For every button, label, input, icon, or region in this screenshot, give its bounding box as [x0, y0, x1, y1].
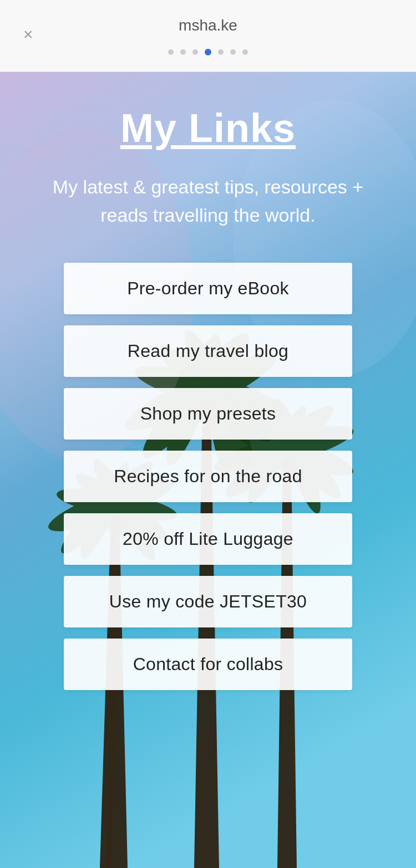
page-title: My Links: [120, 105, 296, 151]
main-content: My Links My latest & greatest tips, reso…: [0, 72, 416, 868]
link-button-6[interactable]: Contact for collabs: [64, 639, 352, 690]
url-bar[interactable]: msha.ke: [179, 17, 237, 34]
link-button-1[interactable]: Read my travel blog: [64, 325, 352, 377]
link-button-5[interactable]: Use my code JETSET30: [64, 576, 352, 627]
pagination-dot-2[interactable]: [192, 49, 198, 55]
pagination-dot-5[interactable]: [230, 49, 236, 55]
link-button-0[interactable]: Pre-order my eBook: [64, 263, 352, 314]
link-button-4[interactable]: 20% off Lite Luggage: [64, 513, 352, 565]
link-buttons-container: Pre-order my eBookRead my travel blogSho…: [22, 263, 394, 690]
pagination-dot-6[interactable]: [242, 49, 248, 55]
pagination-dot-1[interactable]: [180, 49, 186, 55]
link-button-3[interactable]: Recipes for on the road: [64, 451, 352, 502]
page-subtitle: My latest & greatest tips, resources + r…: [42, 173, 374, 229]
pagination-dot-4[interactable]: [218, 49, 224, 55]
content-overlay: My Links My latest & greatest tips, reso…: [0, 72, 416, 734]
pagination-dots: [168, 49, 248, 55]
pagination-dot-0[interactable]: [168, 49, 174, 55]
browser-chrome: × msha.ke: [0, 0, 416, 72]
close-icon[interactable]: ×: [23, 24, 33, 43]
pagination-dot-3[interactable]: [205, 49, 211, 55]
link-button-2[interactable]: Shop my presets: [64, 388, 352, 440]
